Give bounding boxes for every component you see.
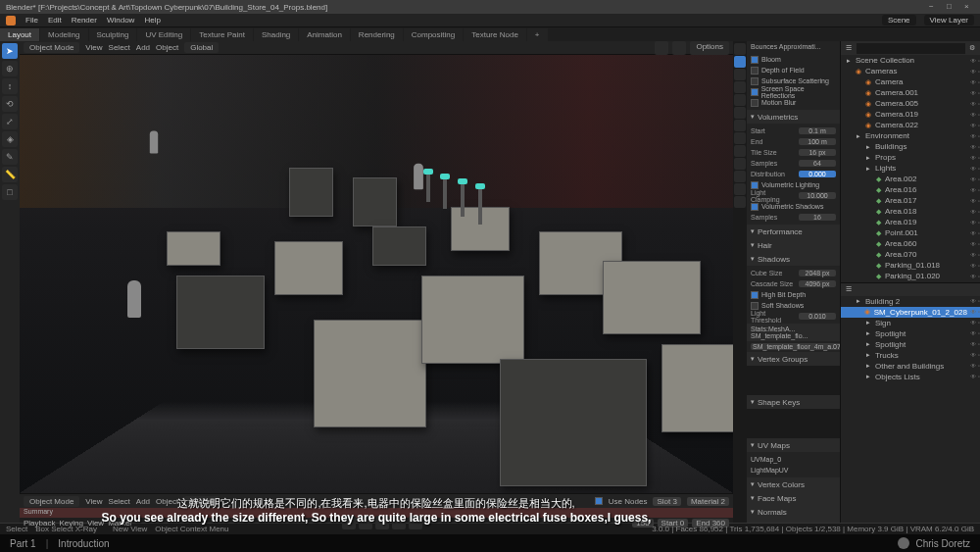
tab-data[interactable] bbox=[734, 171, 746, 182]
perf-header[interactable]: Performance bbox=[747, 225, 840, 238]
cursor-tool[interactable]: ⊕ bbox=[2, 61, 18, 76]
tree-item[interactable]: ▸Sign👁▫ bbox=[841, 318, 980, 328]
slot-field[interactable]: Slot 3 bbox=[653, 497, 680, 506]
outliner-tree-2[interactable]: ▸Building 2👁▫◉SM_Cyberpunk_01_2_028👁▫▸Si… bbox=[841, 296, 980, 524]
rotate-tool[interactable]: ⟲ bbox=[2, 96, 18, 112]
proportional-icon[interactable] bbox=[672, 41, 686, 55]
measure-tool[interactable]: 📏 bbox=[2, 167, 18, 182]
nextkey-icon[interactable] bbox=[392, 516, 406, 529]
jumpend-icon[interactable] bbox=[409, 516, 422, 529]
vol-dist[interactable]: 0.000 bbox=[799, 171, 836, 177]
tree-item[interactable]: ▸Buildings👁▫ bbox=[841, 141, 980, 152]
tree-item[interactable]: ▸Lights👁▫ bbox=[841, 163, 980, 174]
tab-render[interactable] bbox=[734, 43, 746, 55]
vshadow-samples[interactable]: 16 bbox=[799, 214, 836, 221]
tree-item[interactable]: ◆Area.070👁▫ bbox=[841, 249, 980, 260]
orientation-dropdown[interactable]: Global bbox=[184, 42, 219, 53]
vh-select[interactable]: Select bbox=[109, 43, 130, 52]
tab-texture[interactable] bbox=[734, 196, 746, 208]
material-field[interactable]: Material 2 bbox=[687, 497, 729, 506]
vol-end[interactable]: 100 m bbox=[799, 138, 836, 145]
hair-header[interactable]: Hair bbox=[747, 238, 840, 252]
tree-item[interactable]: ▸Scene Collection👁▫ bbox=[841, 55, 980, 66]
vol-start[interactable]: 0.1 m bbox=[799, 127, 836, 134]
tree-item[interactable]: ▸Environment👁▫ bbox=[841, 130, 980, 141]
transform-tool[interactable]: ◈ bbox=[2, 131, 18, 147]
frame-field[interactable]: 150 bbox=[632, 519, 653, 527]
tl-view[interactable]: View bbox=[85, 497, 102, 506]
outliner-search[interactable] bbox=[857, 43, 965, 54]
tl-add[interactable]: Add bbox=[136, 497, 150, 506]
sss-check[interactable] bbox=[751, 77, 759, 85]
tree-item[interactable]: ◆Parking_01.018👁▫ bbox=[841, 260, 980, 271]
tree-item[interactable]: ◆Area.018👁▫ bbox=[841, 206, 980, 217]
object-name-field[interactable]: SM_template_floor_4m_a.077 bbox=[751, 343, 841, 350]
tree-item[interactable]: ▸Other and Buildings👁▫ bbox=[841, 361, 980, 372]
tree-item[interactable]: ◆Area.016👁▫ bbox=[841, 184, 980, 195]
tl-mode[interactable]: Object Mode bbox=[24, 496, 79, 507]
annotate-tool[interactable]: ✎ bbox=[2, 149, 18, 165]
scene-selector[interactable]: Scene bbox=[882, 15, 916, 25]
scale-tool[interactable]: ⤢ bbox=[2, 114, 18, 129]
cascade-size[interactable]: 4096 px bbox=[799, 280, 836, 287]
tab-modeling[interactable]: Modeling bbox=[40, 28, 87, 41]
tree-item[interactable]: ◆Point.001👁▫ bbox=[841, 227, 980, 238]
tab-add[interactable]: + bbox=[527, 28, 548, 41]
tree-item[interactable]: ◆Parking_01.020👁▫ bbox=[841, 271, 980, 281]
tab-constraint[interactable] bbox=[734, 158, 746, 170]
tree-item[interactable]: ▸Building 2👁▫ bbox=[841, 296, 980, 307]
menu-file[interactable]: File bbox=[25, 16, 38, 25]
shadows-header[interactable]: Shadows bbox=[747, 252, 840, 266]
viewlayer-selector[interactable]: View Layer bbox=[924, 15, 974, 25]
vol-samples[interactable]: 64 bbox=[799, 160, 836, 167]
minimize-icon[interactable]: − bbox=[929, 2, 939, 12]
bloom-check[interactable] bbox=[751, 56, 759, 64]
mb-check[interactable] bbox=[751, 99, 759, 107]
cube-size[interactable]: 2048 px bbox=[799, 270, 836, 276]
tab-scene[interactable] bbox=[734, 81, 746, 93]
play-icon[interactable] bbox=[375, 516, 389, 529]
tab-rendering[interactable]: Rendering bbox=[351, 28, 403, 41]
tree-item[interactable]: ◉Camera👁▫ bbox=[841, 76, 980, 87]
shapekeys-header[interactable]: Shape Keys bbox=[747, 395, 840, 409]
ssr-check[interactable] bbox=[751, 88, 759, 96]
vh-object[interactable]: Object bbox=[156, 43, 178, 52]
vcolors-header[interactable]: Vertex Colors bbox=[747, 477, 840, 491]
tab-texnode[interactable]: Texture Node bbox=[464, 28, 526, 41]
tree-item[interactable]: ▸Objects Lists👁▫ bbox=[841, 372, 980, 382]
attrs-header[interactable]: Attributes bbox=[747, 519, 840, 523]
vgroups-header[interactable]: Vertex Groups bbox=[747, 352, 840, 366]
vh-add[interactable]: Add bbox=[136, 43, 150, 52]
menu-help[interactable]: Help bbox=[144, 16, 160, 25]
tab-output[interactable] bbox=[734, 56, 746, 68]
addcube-tool[interactable]: □ bbox=[2, 184, 18, 200]
menu-render[interactable]: Render bbox=[72, 16, 97, 25]
tl-select[interactable]: Select bbox=[109, 497, 130, 506]
jumpstart-icon[interactable] bbox=[342, 516, 356, 529]
tree-item[interactable]: ◉Camera.019👁▫ bbox=[841, 109, 980, 120]
tab-particle[interactable] bbox=[734, 132, 746, 144]
tree-item[interactable]: ▸Spotlight👁▫ bbox=[841, 339, 980, 350]
tab-modifier[interactable] bbox=[734, 120, 746, 131]
tree-item[interactable]: ◉Camera.005👁▫ bbox=[841, 98, 980, 109]
tab-layout[interactable]: Layout bbox=[0, 28, 39, 41]
normals-header[interactable]: Normals bbox=[747, 505, 840, 519]
tree-item[interactable]: ▸Spotlight👁▫ bbox=[841, 328, 980, 339]
tab-sculpting[interactable]: Sculpting bbox=[89, 28, 137, 41]
vlight-check[interactable] bbox=[751, 181, 759, 189]
tab-physics[interactable] bbox=[734, 145, 746, 157]
vh-view[interactable]: View bbox=[85, 43, 102, 52]
maximize-icon[interactable]: □ bbox=[947, 2, 956, 12]
filter-icon[interactable]: ⚙ bbox=[969, 44, 977, 52]
snap-icon[interactable] bbox=[655, 41, 668, 55]
tree-item[interactable]: ◆Area.060👁▫ bbox=[841, 238, 980, 249]
vol-clamp[interactable]: 10.000 bbox=[799, 192, 836, 199]
3d-viewport[interactable] bbox=[20, 55, 733, 493]
mode-dropdown[interactable]: Object Mode bbox=[24, 42, 79, 53]
volumetrics-header[interactable]: Volumetrics bbox=[747, 110, 840, 124]
dof-check[interactable] bbox=[751, 67, 759, 75]
tab-viewlayer[interactable] bbox=[734, 69, 746, 80]
tl-object[interactable]: Object bbox=[156, 497, 178, 506]
tl-orient[interactable]: Global bbox=[184, 496, 219, 507]
tab-texpaint[interactable]: Texture Paint bbox=[191, 28, 253, 41]
